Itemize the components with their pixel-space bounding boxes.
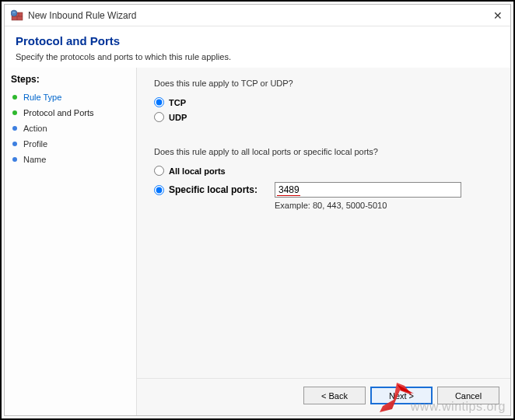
steps-sidebar: Steps: Rule Type Protocol and Ports Acti… [5,68,137,415]
sidebar-item-name[interactable]: Name [11,152,130,167]
back-button[interactable]: < Back [303,387,366,404]
all-ports-radio[interactable] [154,166,164,176]
sidebar-item-label: Profile [23,139,47,149]
ports-question: Does this rule apply to all local ports … [154,147,493,156]
page-header: Protocol and Ports Specify the protocols… [5,26,510,68]
specific-ports-radio-row[interactable]: Specific local ports: [154,184,275,195]
tcp-radio[interactable] [154,97,164,107]
annotation-underline [277,195,300,196]
wizard-footer: < Back Next > Cancel [137,378,510,415]
close-button[interactable]: ✕ [475,9,506,22]
sidebar-item-rule-type[interactable]: Rule Type [11,89,130,105]
wizard-window: New Inbound Rule Wizard ✕ Protocol and P… [4,4,511,416]
udp-radio-row[interactable]: UDP [154,112,493,122]
all-ports-radio-row[interactable]: All local ports [154,166,493,176]
bullet-icon [12,157,17,162]
udp-radio[interactable] [154,112,164,122]
sidebar-item-label: Action [23,124,47,133]
sidebar-item-label: Protocol and Ports [23,108,94,117]
sidebar-item-label: Name [23,155,46,164]
sidebar-item-action[interactable]: Action [11,121,130,136]
udp-label: UDP [169,113,187,122]
protocol-question: Does this rule apply to TCP or UDP? [154,79,493,88]
page-title: Protocol and Ports [16,34,499,47]
cancel-button[interactable]: Cancel [437,387,499,404]
sidebar-item-label: Rule Type [23,93,61,102]
specific-ports-input[interactable] [275,182,461,198]
all-ports-label: All local ports [169,166,226,176]
bullet-icon [12,110,17,115]
firewall-icon [11,9,23,22]
specific-ports-label: Specific local ports: [169,184,258,195]
tcp-radio-row[interactable]: TCP [154,97,493,107]
ports-example-text: Example: 80, 443, 5000-5010 [275,201,493,210]
page-subtitle: Specify the protocols and ports to which… [16,52,499,61]
tcp-label: TCP [169,98,186,107]
bullet-icon [12,95,17,100]
content-pane: Does this rule apply to TCP or UDP? TCP … [137,68,510,415]
sidebar-item-profile[interactable]: Profile [11,136,130,152]
specific-ports-radio[interactable] [154,185,164,195]
sidebar-title: Steps: [11,74,130,85]
sidebar-item-protocol-ports[interactable]: Protocol and Ports [11,105,130,121]
bullet-icon [12,126,17,131]
bullet-icon [12,142,17,146]
next-button[interactable]: Next > [370,387,433,404]
window-title: New Inbound Rule Wizard [28,10,475,21]
title-bar: New Inbound Rule Wizard ✕ [5,5,510,26]
